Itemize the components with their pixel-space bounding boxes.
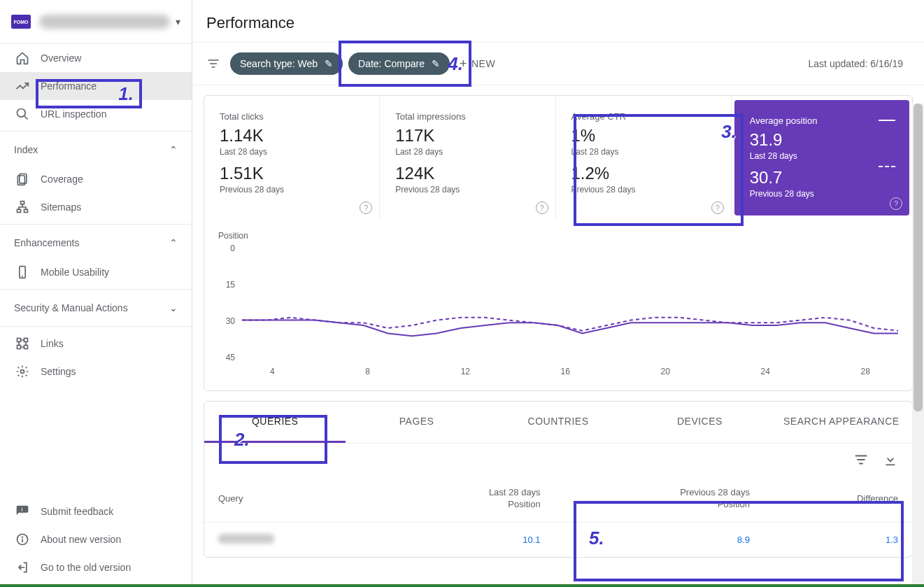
svg-rect-12 <box>24 346 28 349</box>
chip-label: Date: Compare <box>358 58 425 69</box>
chevron-up-icon: ⌃ <box>169 237 178 248</box>
help-icon[interactable]: ? <box>360 201 372 214</box>
th-prev-position[interactable]: Previous 28 days Position <box>555 476 764 522</box>
chip-date[interactable]: Date: Compare ✎ <box>348 52 450 75</box>
page-title: Performance <box>192 0 924 42</box>
cell-difference: 1.3 <box>764 522 912 557</box>
home-icon <box>14 50 31 66</box>
content-scroll[interactable]: Total clicks 1.14K Last 28 days 1.51K Pr… <box>192 85 924 587</box>
help-icon[interactable]: ? <box>711 201 724 214</box>
sidebar-item-label: Settings <box>41 366 76 377</box>
info-icon <box>14 531 31 548</box>
property-name-blurred <box>39 15 170 29</box>
sidebar-item-feedback[interactable]: Submit feedback <box>0 497 192 525</box>
table-row[interactable]: 10.1 8.9 1.3 <box>204 522 912 557</box>
tab-queries[interactable]: QUERIES <box>204 402 346 443</box>
tabs-card: QUERIES PAGES COUNTRIES DEVICES SEARCH A… <box>204 401 913 558</box>
sidebar-item-label: Performance <box>41 80 97 92</box>
sidebar-item-label: Sitemaps <box>41 201 81 213</box>
feedback-icon <box>14 503 31 520</box>
sidebar-item-overview[interactable]: Overview <box>0 44 192 72</box>
chevron-down-icon: ⌄ <box>169 302 178 313</box>
svg-rect-10 <box>24 339 28 342</box>
property-selector[interactable]: FOMO ▾ <box>0 0 192 44</box>
tabs-row: QUERIES PAGES COUNTRIES DEVICES SEARCH A… <box>204 402 912 444</box>
sidebar-section-label: Enhancements <box>14 237 79 248</box>
pages-icon <box>14 171 31 188</box>
tab-countries[interactable]: COUNTRIES <box>488 402 629 443</box>
sidebar-item-coverage[interactable]: Coverage <box>0 165 192 193</box>
sidebar-item-performance[interactable]: Performance <box>0 72 192 100</box>
sidebar-item-sitemaps[interactable]: Sitemaps <box>0 193 192 221</box>
chart-ylabel: Position <box>218 231 898 241</box>
sidebar-item-label: Links <box>41 338 64 349</box>
phone-icon <box>14 264 31 281</box>
help-icon[interactable]: ? <box>536 201 548 214</box>
th-query[interactable]: Query <box>204 476 384 522</box>
chart: Position 0 15 30 45 4 8 12 <box>204 220 912 383</box>
last-updated: Last updated: 6/16/19 <box>809 58 910 69</box>
tab-pages[interactable]: PAGES <box>346 402 487 443</box>
chart-svg <box>242 243 898 362</box>
table-toolbar <box>204 444 912 476</box>
download-button[interactable] <box>883 452 898 467</box>
sidebar-item-label: Mobile Usability <box>41 267 109 278</box>
sidebar-item-old-version[interactable]: Go to the old version <box>0 553 192 581</box>
svg-point-16 <box>22 537 23 537</box>
sidebar-item-mobile-usability[interactable]: Mobile Usability <box>0 258 192 286</box>
sidebar-item-links[interactable]: Links <box>0 330 192 358</box>
chart-x-axis: 4 8 12 16 20 24 28 <box>242 367 898 376</box>
filter-icon[interactable] <box>206 57 220 71</box>
scrollbar-thumb[interactable] <box>914 104 923 411</box>
sidebar-item-label: About new version <box>41 534 121 545</box>
th-difference[interactable]: Difference <box>764 476 912 522</box>
sidebar-section-index[interactable]: Index ⌃ <box>0 134 192 165</box>
sidebar-section-security[interactable]: Security & Manual Actions ⌄ <box>0 292 192 323</box>
metric-total-clicks[interactable]: Total clicks 1.14K Last 28 days 1.51K Pr… <box>204 96 380 220</box>
sidebar-item-label: Go to the old version <box>41 562 131 573</box>
sidebar-section-enhancements[interactable]: Enhancements ⌃ <box>0 227 192 258</box>
scrollbar[interactable] <box>912 104 924 587</box>
sidebar-item-about[interactable]: About new version <box>0 525 192 553</box>
chip-search-type[interactable]: Search type: Web ✎ <box>230 52 343 75</box>
svg-point-13 <box>21 370 24 374</box>
cell-query <box>204 522 384 557</box>
sidebar: FOMO ▾ Overview Performance URL inspecti… <box>0 0 192 587</box>
svg-point-0 <box>17 109 26 118</box>
data-table: Query Last 28 days Position Previous 28 … <box>204 476 912 557</box>
query-blurred <box>218 534 274 544</box>
metric-average-ctr[interactable]: Average CTR 1% Last 28 days 1.2% Previou… <box>556 96 732 220</box>
cell-last-position: 10.1 <box>384 522 555 557</box>
sidebar-item-label: Coverage <box>41 174 83 185</box>
sidebar-item-settings[interactable]: Settings <box>0 358 192 386</box>
svg-rect-5 <box>17 209 21 212</box>
chart-y-axis: 0 15 30 45 <box>218 243 239 362</box>
table-filter-button[interactable] <box>853 452 869 467</box>
gear-icon <box>14 363 31 380</box>
metrics-card: Total clicks 1.14K Last 28 days 1.51K Pr… <box>204 95 913 391</box>
sidebar-section-label: Index <box>14 144 38 155</box>
metric-average-position[interactable]: Average position 31.9 Last 28 days 30.7 … <box>734 100 909 215</box>
help-icon[interactable]: ? <box>890 197 902 210</box>
metric-total-impressions[interactable]: Total impressions 117K Last 28 days 124K… <box>380 96 555 220</box>
svg-rect-4 <box>21 201 24 204</box>
sidebar-item-label: Overview <box>41 52 81 64</box>
new-label: NEW <box>471 58 495 69</box>
bottom-bar <box>0 584 924 587</box>
chevron-up-icon: ⌃ <box>169 144 178 155</box>
th-last-position[interactable]: Last 28 days Position <box>384 476 555 522</box>
sidebar-section-label: Security & Manual Actions <box>14 302 128 313</box>
tab-devices[interactable]: DEVICES <box>629 402 770 443</box>
sidebar-item-url-inspection[interactable]: URL inspection <box>0 100 192 128</box>
add-filter-button[interactable]: NEW <box>460 57 495 71</box>
tab-search-appearance[interactable]: SEARCH APPEARANCE <box>771 402 912 443</box>
links-icon <box>14 335 31 352</box>
search-icon <box>14 106 31 122</box>
pencil-icon: ✎ <box>432 58 440 69</box>
svg-rect-6 <box>24 209 28 212</box>
series-indicator <box>879 166 895 167</box>
trend-icon <box>14 78 31 94</box>
filter-bar: Search type: Web ✎ Date: Compare ✎ NEW L… <box>192 42 924 85</box>
exit-icon <box>14 559 31 576</box>
property-logo: FOMO <box>11 15 31 29</box>
